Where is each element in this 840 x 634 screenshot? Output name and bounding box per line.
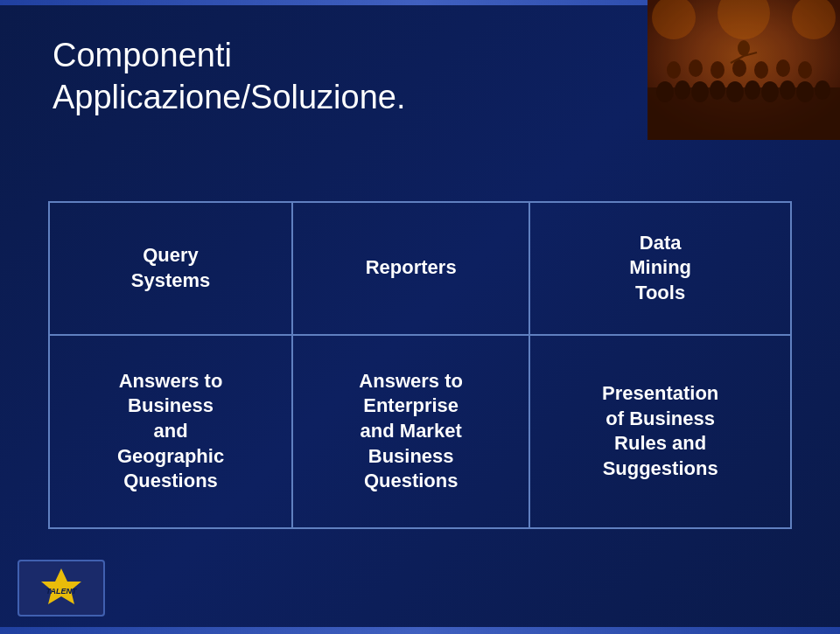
title-line1: Componenti <box>52 37 232 73</box>
slide-title: Componenti Applicazione/Soluzione. <box>52 35 630 118</box>
title-area: Componenti Applicazione/Soluzione. <box>52 35 630 118</box>
logo-area: TALENT <box>18 560 105 617</box>
header-query-systems: QuerySystems <box>49 202 292 335</box>
svg-rect-25 <box>648 0 840 140</box>
title-line2: Applicazione/Soluzione. <box>52 79 406 115</box>
bottom-stripe <box>0 627 840 634</box>
cell-query-systems-answers: Answers toBusinessandGeographicQuestions <box>49 335 292 529</box>
header-reporters: Reporters <box>292 202 529 335</box>
svg-text:TALENT: TALENT <box>46 587 78 596</box>
content-table: QuerySystems Reporters DataMiningTools A… <box>48 201 792 529</box>
table-container: QuerySystems Reporters DataMiningTools A… <box>48 201 792 529</box>
talent-logo: TALENT <box>31 564 92 612</box>
orchestra-image <box>648 0 840 140</box>
cell-reporters-answers: Answers toEnterpriseand MarketBusinessQu… <box>292 335 529 529</box>
slide-container: Componenti Applicazione/Soluzione. Query… <box>0 0 840 634</box>
cell-data-mining-presentation: Presentationof BusinessRules andSuggesti… <box>529 335 791 529</box>
header-data-mining: DataMiningTools <box>529 202 791 335</box>
